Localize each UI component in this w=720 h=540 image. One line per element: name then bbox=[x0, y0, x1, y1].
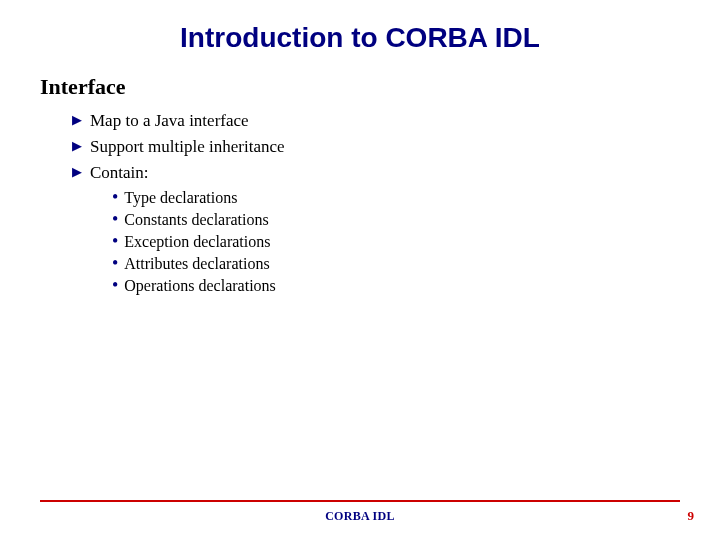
list-item: • Operations declarations bbox=[112, 276, 680, 296]
footer-label: CORBA IDL bbox=[0, 509, 720, 524]
content-area: Interface ▶ Map to a Java interface ▶ Su… bbox=[0, 54, 720, 296]
section-heading: Interface bbox=[40, 74, 680, 100]
dot-bullet-icon: • bbox=[112, 276, 118, 294]
list-item: • Exception declarations bbox=[112, 232, 680, 252]
dot-bullet-icon: • bbox=[112, 210, 118, 228]
dot-bullet-icon: • bbox=[112, 188, 118, 206]
list-item-text: Operations declarations bbox=[124, 276, 276, 296]
dot-bullet-icon: • bbox=[112, 254, 118, 272]
footer-rule bbox=[40, 500, 680, 502]
list-item-text: Map to a Java interface bbox=[90, 110, 249, 132]
page-number: 9 bbox=[688, 508, 695, 524]
list-item: ▶ Map to a Java interface bbox=[72, 110, 680, 132]
list-item: • Constants declarations bbox=[112, 210, 680, 230]
list-item-text: Attributes declarations bbox=[124, 254, 269, 274]
list-item: • Attributes declarations bbox=[112, 254, 680, 274]
slide: Introduction to CORBA IDL Interface ▶ Ma… bbox=[0, 0, 720, 540]
list-item-text: Contain: bbox=[90, 162, 149, 184]
level1-list: ▶ Map to a Java interface ▶ Support mult… bbox=[72, 110, 680, 184]
triangle-bullet-icon: ▶ bbox=[72, 110, 82, 130]
list-item-text: Type declarations bbox=[124, 188, 237, 208]
level2-list: • Type declarations • Constants declarat… bbox=[112, 188, 680, 296]
dot-bullet-icon: • bbox=[112, 232, 118, 250]
triangle-bullet-icon: ▶ bbox=[72, 136, 82, 156]
list-item: ▶ Contain: bbox=[72, 162, 680, 184]
list-item-text: Constants declarations bbox=[124, 210, 268, 230]
list-item-text: Exception declarations bbox=[124, 232, 270, 252]
list-item: • Type declarations bbox=[112, 188, 680, 208]
slide-title: Introduction to CORBA IDL bbox=[0, 0, 720, 54]
list-item-text: Support multiple inheritance bbox=[90, 136, 285, 158]
list-item: ▶ Support multiple inheritance bbox=[72, 136, 680, 158]
triangle-bullet-icon: ▶ bbox=[72, 162, 82, 182]
